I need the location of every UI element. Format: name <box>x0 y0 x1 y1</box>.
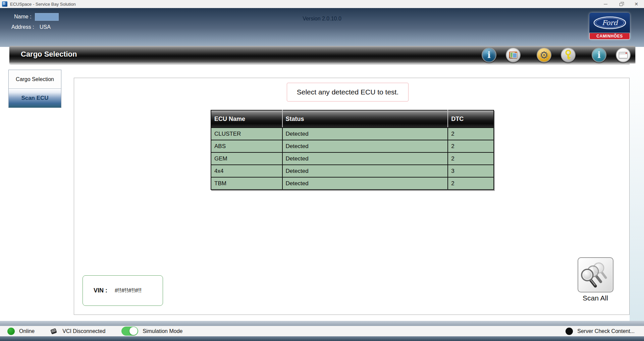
table-cell: CLUSTER <box>211 128 282 140</box>
table-cell: Detected <box>282 177 448 190</box>
window-glyph <box>619 52 628 58</box>
vin-label: VIN : <box>94 287 107 294</box>
status-bar: Online VCI Disconnected Simulation Mode … <box>0 326 644 336</box>
app-header: Name : Address : USA Version 2.0.10.0 Fo… <box>0 8 644 47</box>
scan-all-button[interactable] <box>578 257 613 292</box>
instruction-message: Select any detected ECU to test. <box>287 83 409 101</box>
right-edge-strip <box>630 64 644 322</box>
address-label: Address : <box>11 24 34 30</box>
ford-caminhoes-logo: Ford CAMINHÕES <box>589 13 630 40</box>
address-value: USA <box>40 24 51 30</box>
column-header-status: Status <box>282 110 448 128</box>
table-row[interactable]: TBMDetected2 <box>211 177 494 190</box>
window-minimize-button[interactable] <box>598 0 613 8</box>
simulation-mode-toggle[interactable] <box>121 327 138 336</box>
table-cell: 2 <box>448 128 494 140</box>
key-glyph <box>564 50 573 60</box>
table-cell: 2 <box>448 177 494 190</box>
online-status-dot <box>7 328 15 335</box>
key-icon[interactable] <box>561 48 576 62</box>
table-cell: 4x4 <box>211 165 282 177</box>
gear-glyph: ⚙ <box>540 49 549 61</box>
table-cell: Detected <box>282 165 448 177</box>
info-blue-icon[interactable]: i <box>482 48 496 62</box>
sidebar-item-cargo-selection[interactable]: Cargo Selection <box>9 70 61 89</box>
settings-gear-icon[interactable]: ⚙ <box>537 48 551 62</box>
vin-box: VIN : #!!#!!#!!#!! <box>83 275 163 306</box>
info-teal-icon[interactable]: i <box>592 48 606 62</box>
vci-status-label: VCI Disconnected <box>62 328 105 334</box>
status-zone-top <box>0 321 644 326</box>
status-zone-bottom <box>0 336 644 341</box>
caminhoes-band: CAMINHÕES <box>589 33 630 40</box>
window-icon[interactable] <box>616 48 631 62</box>
close-icon: ✕ <box>634 2 638 6</box>
simulation-mode-label: Simulation Mode <box>143 328 182 334</box>
column-header-dtc: DTC <box>448 110 494 128</box>
minimize-icon <box>604 4 607 4</box>
table-cell: 2 <box>448 140 494 152</box>
table-row[interactable]: CLUSTERDetected2 <box>211 128 494 140</box>
server-status-dot <box>566 328 573 335</box>
info-glyph: i <box>487 50 491 60</box>
sidebar: Cargo Selection Scan ECU <box>8 70 61 108</box>
toolbar: Cargo Selection i ⚙ i <box>9 46 635 64</box>
table-row[interactable]: GEMDetected2 <box>211 152 494 165</box>
table-header-row: ECU Name Status DTC <box>211 110 494 128</box>
table-cell: Detected <box>282 152 448 165</box>
ford-oval-icon: Ford <box>589 13 630 32</box>
magnifier-stack-icon <box>581 260 610 290</box>
info-glyph: i <box>597 50 601 60</box>
vin-value: #!!#!!#!!#!! <box>115 287 142 294</box>
table-row[interactable]: ABSDetected2 <box>211 140 494 152</box>
server-check-label: Server Check Content... <box>577 328 635 334</box>
page-title: Cargo Selection <box>21 50 77 59</box>
table-cell: Detected <box>282 128 448 140</box>
online-label: Online <box>19 328 35 334</box>
window-close-button[interactable]: ✕ <box>629 0 644 8</box>
ecu-table: ECU Name Status DTC CLUSTERDetected2ABSD… <box>211 110 494 190</box>
table-cell: GEM <box>211 152 282 165</box>
table-cell: TBM <box>211 177 282 190</box>
toggle-knob <box>129 327 138 335</box>
app-icon <box>2 1 7 7</box>
table-cell: Detected <box>282 140 448 152</box>
table-cell: 2 <box>448 152 494 165</box>
window-restore-button[interactable] <box>613 0 629 8</box>
table-row[interactable]: 4x4Detected3 <box>211 165 494 177</box>
report-book-icon[interactable] <box>506 48 521 62</box>
column-header-ecu-name: ECU Name <box>211 110 282 128</box>
app-version: Version 2.0.10.0 <box>0 16 644 22</box>
book-glyph <box>509 52 517 58</box>
svg-text:Ford: Ford <box>602 19 618 27</box>
window-title: ECUSpace - Service Bay Solution <box>10 2 76 7</box>
title-bar: ECUSpace - Service Bay Solution ✕ <box>0 0 644 8</box>
table-cell: ABS <box>211 140 282 152</box>
sidebar-item-scan-ecu[interactable]: Scan ECU <box>9 89 61 108</box>
scan-all-label: Scan All <box>570 294 621 302</box>
table-cell: 3 <box>448 165 494 177</box>
restore-icon <box>620 3 623 6</box>
vci-device-icon <box>49 327 58 336</box>
